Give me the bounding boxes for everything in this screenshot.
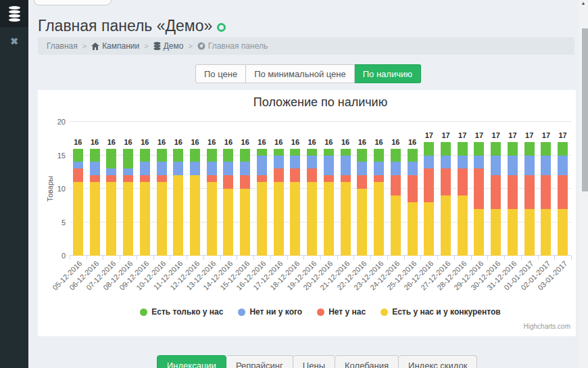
scrollbar-thumb[interactable]: [582, 28, 588, 191]
y-tick-label: 5: [38, 218, 66, 227]
bar-segment: [374, 175, 384, 182]
bar-column[interactable]: 16: [357, 149, 367, 256]
bar-column[interactable]: 17: [424, 142, 434, 256]
bar-segment: [240, 149, 250, 162]
bar-total-label: 17: [454, 131, 472, 139]
bar-segment: [257, 149, 267, 156]
bar-segment: [474, 209, 484, 256]
bar-segment: [508, 142, 518, 156]
bar-column[interactable]: 17: [491, 142, 501, 256]
bar-column[interactable]: 17: [524, 142, 535, 256]
bar-segment: [341, 175, 351, 182]
bar-column[interactable]: 16: [106, 149, 116, 256]
tab-repricing[interactable]: Репрайсинг: [226, 355, 293, 368]
tab-by-min-price[interactable]: По минимальной цене: [246, 64, 355, 83]
bar-segment: [140, 175, 150, 182]
bar-segment: [123, 175, 133, 182]
grid-line: [70, 121, 571, 122]
bar-total-label: 16: [219, 138, 237, 146]
bar-total-label: 17: [420, 131, 438, 139]
bar-segment: [290, 156, 300, 169]
bar-segment: [374, 182, 384, 256]
bar-column[interactable]: 16: [324, 149, 334, 256]
bar-segment: [491, 175, 501, 209]
bar-column[interactable]: 16: [307, 149, 317, 256]
breadcrumb-separator: >: [144, 42, 148, 50]
sidebar-database-button[interactable]: [0, 0, 28, 27]
bar-column[interactable]: 16: [157, 149, 167, 256]
view-button-group: По цене По минимальной цене По наличию: [195, 64, 421, 83]
x-tick: [287, 256, 288, 260]
x-tick: [538, 256, 539, 260]
tab-indexations[interactable]: Индексации: [157, 355, 226, 368]
bar-segment: [541, 156, 551, 176]
bar-segment: [508, 156, 518, 176]
bar-segment: [90, 162, 100, 175]
x-tick: [420, 256, 421, 260]
bar-column[interactable]: 17: [474, 142, 484, 256]
tab-by-price[interactable]: По цене: [195, 64, 246, 83]
top-popup-fragment: [34, 0, 112, 5]
bar-column[interactable]: 16: [73, 149, 83, 256]
bar-column[interactable]: 16: [341, 149, 351, 256]
highcharts-credit[interactable]: Highcharts.com: [524, 323, 570, 330]
scrollbar[interactable]: ▲: [579, 0, 588, 368]
page-title: Главная панель «Демо»: [38, 17, 226, 35]
bar-column[interactable]: 16: [123, 149, 133, 256]
bar-segment: [106, 182, 116, 256]
breadcrumb: Главная > Кампании > Демо > Главная пане…: [38, 37, 574, 55]
bar-column[interactable]: 17: [541, 142, 551, 256]
legend-item-not-us[interactable]: Нет у нас: [317, 307, 366, 317]
bar-column[interactable]: 16: [207, 149, 217, 256]
bar-column[interactable]: 17: [458, 142, 468, 256]
tab-by-availability[interactable]: По наличию: [355, 64, 421, 83]
bar-column[interactable]: 17: [441, 142, 451, 256]
breadcrumb-campaigns-link[interactable]: Кампании: [91, 41, 139, 51]
bar-segment: [73, 149, 83, 162]
bar-column[interactable]: 16: [374, 149, 384, 256]
scroll-up-arrow-icon[interactable]: ▲: [579, 0, 588, 8]
bar-segment: [307, 156, 317, 169]
sidebar-close-button[interactable]: ✖: [0, 36, 28, 47]
bar-column[interactable]: 16: [90, 149, 100, 256]
bar-column[interactable]: 16: [190, 149, 200, 256]
bar-column[interactable]: 16: [240, 149, 250, 256]
tab-discount-index[interactable]: Индекс скидок: [399, 355, 477, 368]
bar-segment: [491, 156, 501, 176]
legend-item-only-us[interactable]: Есть только у нас: [140, 307, 223, 317]
bar-segment: [207, 149, 217, 162]
bar-segment: [558, 142, 568, 156]
tab-fluctuations[interactable]: Колебания: [335, 355, 399, 368]
breadcrumb-home-link[interactable]: Главная: [47, 41, 78, 51]
x-tick: [303, 256, 304, 260]
bar-segment: [424, 168, 434, 202]
legend-item-no-one[interactable]: Нет ни у кого: [238, 307, 302, 317]
legend-item-us-and-competitors[interactable]: Есть у нас и у конкурентов: [381, 307, 501, 317]
bar-segment: [508, 209, 518, 256]
x-tick: [87, 256, 87, 260]
bar-column[interactable]: 17: [508, 142, 518, 256]
bar-column[interactable]: 16: [290, 149, 300, 256]
bar-total-label: 16: [119, 138, 137, 146]
bar-column[interactable]: 16: [223, 149, 233, 256]
bar-segment: [541, 142, 551, 156]
bar-segment: [324, 182, 334, 256]
bar-column[interactable]: 16: [408, 149, 418, 256]
bar-column[interactable]: 16: [140, 149, 150, 256]
status-ring-icon: [217, 23, 226, 32]
bar-total-label: 16: [153, 138, 171, 146]
bar-segment: [524, 175, 535, 209]
bar-segment: [441, 196, 451, 256]
breadcrumb-demo-link[interactable]: Демо: [153, 41, 184, 51]
legend-dot-blue: [238, 308, 245, 316]
x-tick: [454, 256, 455, 260]
tab-prices[interactable]: Цены: [293, 355, 335, 368]
bar-segment: [474, 142, 484, 156]
bar-column[interactable]: 16: [274, 149, 284, 256]
bar-column[interactable]: 16: [173, 149, 183, 256]
bar-total-label: 16: [136, 138, 154, 146]
bar-column[interactable]: 17: [558, 142, 568, 256]
bar-total-label: 16: [69, 138, 87, 146]
bar-column[interactable]: 16: [391, 149, 401, 256]
bar-column[interactable]: 16: [257, 149, 267, 256]
